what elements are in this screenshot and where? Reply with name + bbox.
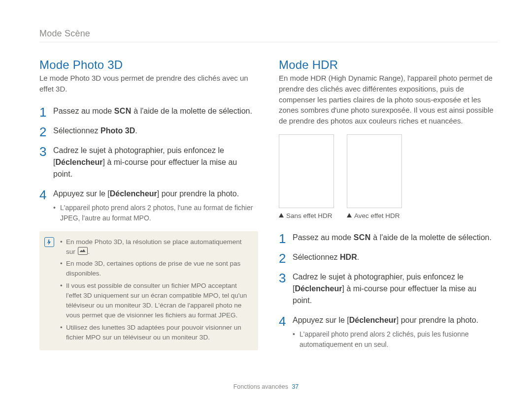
step-2: Sélectionnez Photo 3D.	[39, 125, 258, 137]
image-caption: Sans effet HDR	[279, 211, 334, 221]
substep-text: L'appareil photo prend alors 2 photos, l…	[53, 203, 258, 223]
step-4: Appuyez sur le [Déclencheur] pour prendr…	[279, 314, 498, 350]
triangle-up-icon	[279, 211, 284, 220]
step-text: Passez au mode	[53, 107, 114, 115]
steps-photo3d: Passez au mode SCN à l'aide de la molett…	[39, 105, 258, 223]
step-1: Passez au mode SCN à l'aide de la molett…	[39, 105, 258, 117]
example-image-without-hdr	[279, 134, 334, 208]
step-text: Passez au mode	[293, 233, 354, 242]
footer-label: Fonctions avancées	[233, 383, 288, 390]
triangle-up-icon	[347, 211, 352, 220]
page: Mode Scène Mode Photo 3D Le mode Photo 3…	[0, 0, 532, 401]
step-text: à l'aide de la molette de sélection.	[371, 233, 492, 242]
note-text: En mode Photo 3D, la résolution se place…	[66, 238, 241, 255]
right-column: Mode HDR En mode HDR (High Dynamic Range…	[279, 53, 498, 358]
note-box: En mode Photo 3D, la résolution se place…	[39, 231, 258, 351]
intro-hdr: En mode HDR (High Dynamic Range), l'appa…	[279, 73, 498, 126]
step-4: Appuyez sur le [Déclencheur] pour prendr…	[39, 188, 258, 223]
substeps: L'appareil photo prend alors 2 photos, l…	[53, 203, 258, 223]
section-title-hdr: Mode HDR	[279, 58, 498, 72]
caption-text: Sans effet HDR	[286, 212, 332, 219]
substeps: L'appareil photo prend alors 2 clichés, …	[293, 329, 498, 350]
svg-marker-0	[279, 213, 284, 217]
example-images-row: Sans effet HDR Avec effet HDR	[279, 134, 498, 221]
note-icon	[44, 237, 54, 247]
note-item: En mode Photo 3D, la résolution se place…	[60, 237, 251, 257]
step-text: ] pour prendre la photo.	[397, 316, 478, 324]
step-3: Cadrez le sujet à photographier, puis en…	[279, 271, 498, 307]
substep-text: L'appareil photo prend alors 2 clichés, …	[293, 329, 498, 350]
step-text: à l'aide de la molette de sélection.	[132, 107, 252, 115]
section-title-photo3d: Mode Photo 3D	[39, 58, 258, 72]
step-bold: Déclencheur	[55, 158, 102, 166]
step-1: Passez au mode SCN à l'aide de la molett…	[279, 232, 498, 244]
intro-photo3d: Le mode Photo 3D vous permet de prendre …	[39, 73, 258, 94]
step-text: ] pour prendre la photo.	[157, 189, 239, 198]
image-caption: Avec effet HDR	[347, 211, 402, 221]
page-number: 37	[292, 383, 299, 390]
breadcrumb: Mode Scène	[39, 29, 498, 42]
step-bold: Déclencheur	[349, 316, 397, 324]
left-column: Mode Photo 3D Le mode Photo 3D vous perm…	[39, 53, 258, 358]
note-item: Il vous est possible de consulter un fic…	[60, 281, 251, 321]
scn-icon: SCN	[114, 107, 132, 115]
example-image-col: Avec effet HDR	[347, 134, 402, 221]
step-2: Sélectionnez HDR.	[279, 251, 498, 263]
two-column-layout: Mode Photo 3D Le mode Photo 3D vous perm…	[39, 53, 498, 358]
note-item: Utilisez des lunettes 3D adaptées pour p…	[60, 323, 251, 343]
step-bold: Photo 3D	[100, 126, 135, 135]
step-bold: Déclencheur	[295, 284, 342, 293]
note-text: .	[88, 248, 90, 255]
step-bold: Déclencheur	[110, 189, 157, 198]
step-bold: HDR	[340, 253, 357, 261]
step-text: .	[135, 126, 137, 135]
step-text: Sélectionnez	[53, 126, 100, 135]
steps-hdr: Passez au mode SCN à l'aide de la molett…	[279, 232, 498, 350]
caption-text: Avec effet HDR	[354, 212, 400, 219]
step-text: Appuyez sur le [	[293, 316, 349, 324]
example-image-with-hdr	[347, 134, 402, 208]
svg-marker-1	[347, 213, 352, 217]
resolution-icon	[78, 247, 88, 255]
example-image-col: Sans effet HDR	[279, 134, 334, 221]
step-text: .	[357, 253, 359, 261]
scn-icon: SCN	[354, 233, 371, 242]
step-text: Sélectionnez	[293, 253, 340, 261]
note-item: En mode 3D, certaines options de prise d…	[60, 259, 251, 279]
step-text: Appuyez sur le [	[53, 189, 110, 198]
step-3: Cadrez le sujet à photographier, puis en…	[39, 145, 258, 180]
page-footer: Fonctions avancées 37	[0, 383, 532, 390]
